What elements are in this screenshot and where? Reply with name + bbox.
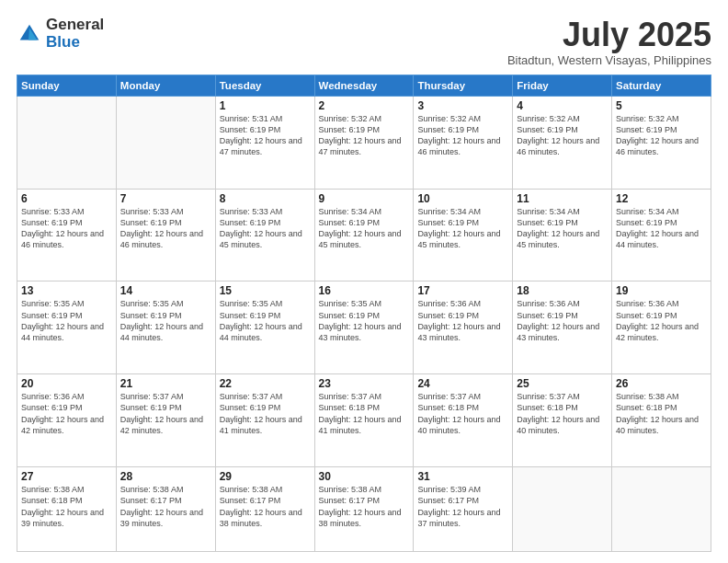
day-info: Sunrise: 5:38 AM Sunset: 6:17 PM Dayligh… xyxy=(220,484,311,529)
day-info: Sunrise: 5:34 AM Sunset: 6:19 PM Dayligh… xyxy=(417,206,508,251)
calendar-cell: 16Sunrise: 5:35 AM Sunset: 6:19 PM Dayli… xyxy=(314,282,414,374)
calendar-cell: 8Sunrise: 5:33 AM Sunset: 6:19 PM Daylig… xyxy=(215,189,314,282)
title-block: July 2025 Bitadtun, Western Visayas, Phi… xyxy=(507,17,711,67)
day-number: 6 xyxy=(21,192,112,205)
calendar-cell: 25Sunrise: 5:37 AM Sunset: 6:18 PM Dayli… xyxy=(513,374,612,467)
week-row-1: 1Sunrise: 5:31 AM Sunset: 6:19 PM Daylig… xyxy=(17,96,711,189)
day-info: Sunrise: 5:32 AM Sunset: 6:19 PM Dayligh… xyxy=(319,113,410,158)
calendar-cell: 18Sunrise: 5:36 AM Sunset: 6:19 PM Dayli… xyxy=(513,282,612,374)
svg-marker-1 xyxy=(28,28,37,40)
day-info: Sunrise: 5:37 AM Sunset: 6:18 PM Dayligh… xyxy=(417,391,508,436)
week-row-3: 13Sunrise: 5:35 AM Sunset: 6:19 PM Dayli… xyxy=(17,282,711,374)
day-info: Sunrise: 5:34 AM Sunset: 6:19 PM Dayligh… xyxy=(616,206,707,251)
day-info: Sunrise: 5:35 AM Sunset: 6:19 PM Dayligh… xyxy=(21,298,112,343)
logo-general: General xyxy=(46,17,104,34)
day-number: 16 xyxy=(319,284,410,297)
day-info: Sunrise: 5:34 AM Sunset: 6:19 PM Dayligh… xyxy=(517,206,608,251)
day-info: Sunrise: 5:32 AM Sunset: 6:19 PM Dayligh… xyxy=(417,113,508,158)
calendar-cell: 23Sunrise: 5:37 AM Sunset: 6:18 PM Dayli… xyxy=(314,374,414,467)
weekday-header-monday: Monday xyxy=(116,75,215,96)
day-info: Sunrise: 5:33 AM Sunset: 6:19 PM Dayligh… xyxy=(21,206,112,251)
logo-text: General Blue xyxy=(46,17,104,51)
day-number: 25 xyxy=(517,377,608,390)
calendar-cell: 2Sunrise: 5:32 AM Sunset: 6:19 PM Daylig… xyxy=(314,96,414,189)
week-row-5: 27Sunrise: 5:38 AM Sunset: 6:18 PM Dayli… xyxy=(17,467,711,552)
day-number: 18 xyxy=(517,284,608,297)
day-number: 20 xyxy=(21,377,112,390)
calendar-cell xyxy=(612,467,711,552)
calendar-cell: 22Sunrise: 5:37 AM Sunset: 6:19 PM Dayli… xyxy=(215,374,314,467)
calendar-cell: 13Sunrise: 5:35 AM Sunset: 6:19 PM Dayli… xyxy=(17,282,117,374)
calendar-cell xyxy=(116,96,215,189)
week-row-4: 20Sunrise: 5:36 AM Sunset: 6:19 PM Dayli… xyxy=(17,374,711,467)
day-number: 5 xyxy=(616,99,707,112)
calendar-cell: 15Sunrise: 5:35 AM Sunset: 6:19 PM Dayli… xyxy=(215,282,314,374)
day-info: Sunrise: 5:38 AM Sunset: 6:17 PM Dayligh… xyxy=(120,484,211,529)
weekday-header-tuesday: Tuesday xyxy=(215,75,314,96)
calendar-cell: 6Sunrise: 5:33 AM Sunset: 6:19 PM Daylig… xyxy=(17,189,117,282)
day-info: Sunrise: 5:33 AM Sunset: 6:19 PM Dayligh… xyxy=(220,206,311,251)
day-number: 28 xyxy=(120,470,211,483)
weekday-header-friday: Friday xyxy=(513,75,612,96)
day-info: Sunrise: 5:37 AM Sunset: 6:19 PM Dayligh… xyxy=(120,391,211,436)
logo-blue: Blue xyxy=(46,34,104,52)
day-info: Sunrise: 5:32 AM Sunset: 6:19 PM Dayligh… xyxy=(517,113,608,158)
day-number: 15 xyxy=(220,284,311,297)
day-number: 30 xyxy=(319,470,410,483)
day-number: 8 xyxy=(220,192,311,205)
day-info: Sunrise: 5:36 AM Sunset: 6:19 PM Dayligh… xyxy=(517,298,608,343)
weekday-header-row: SundayMondayTuesdayWednesdayThursdayFrid… xyxy=(17,75,711,96)
calendar-cell: 3Sunrise: 5:32 AM Sunset: 6:19 PM Daylig… xyxy=(414,96,513,189)
day-number: 1 xyxy=(220,99,311,112)
day-info: Sunrise: 5:38 AM Sunset: 6:18 PM Dayligh… xyxy=(21,484,112,529)
calendar-cell: 29Sunrise: 5:38 AM Sunset: 6:17 PM Dayli… xyxy=(215,467,314,552)
day-number: 21 xyxy=(120,377,211,390)
day-number: 12 xyxy=(616,192,707,205)
week-row-2: 6Sunrise: 5:33 AM Sunset: 6:19 PM Daylig… xyxy=(17,189,711,282)
weekday-header-thursday: Thursday xyxy=(414,75,513,96)
day-info: Sunrise: 5:35 AM Sunset: 6:19 PM Dayligh… xyxy=(120,298,211,343)
calendar-cell: 4Sunrise: 5:32 AM Sunset: 6:19 PM Daylig… xyxy=(513,96,612,189)
day-number: 29 xyxy=(220,470,311,483)
day-number: 9 xyxy=(319,192,410,205)
day-number: 7 xyxy=(120,192,211,205)
day-number: 23 xyxy=(319,377,410,390)
day-number: 22 xyxy=(220,377,311,390)
title-month: July 2025 xyxy=(507,17,711,53)
day-info: Sunrise: 5:38 AM Sunset: 6:18 PM Dayligh… xyxy=(616,391,707,436)
day-number: 2 xyxy=(319,99,410,112)
day-info: Sunrise: 5:34 AM Sunset: 6:19 PM Dayligh… xyxy=(319,206,410,251)
day-number: 3 xyxy=(417,99,508,112)
day-info: Sunrise: 5:32 AM Sunset: 6:19 PM Dayligh… xyxy=(616,113,707,158)
day-info: Sunrise: 5:36 AM Sunset: 6:19 PM Dayligh… xyxy=(417,298,508,343)
weekday-header-sunday: Sunday xyxy=(17,75,117,96)
title-location: Bitadtun, Western Visayas, Philippines xyxy=(507,53,711,67)
calendar-cell: 24Sunrise: 5:37 AM Sunset: 6:18 PM Dayli… xyxy=(414,374,513,467)
day-info: Sunrise: 5:38 AM Sunset: 6:17 PM Dayligh… xyxy=(319,484,410,529)
weekday-header-saturday: Saturday xyxy=(612,75,711,96)
day-info: Sunrise: 5:31 AM Sunset: 6:19 PM Dayligh… xyxy=(220,113,311,158)
calendar-cell: 9Sunrise: 5:34 AM Sunset: 6:19 PM Daylig… xyxy=(314,189,414,282)
calendar-cell: 10Sunrise: 5:34 AM Sunset: 6:19 PM Dayli… xyxy=(414,189,513,282)
day-number: 24 xyxy=(417,377,508,390)
day-info: Sunrise: 5:36 AM Sunset: 6:19 PM Dayligh… xyxy=(616,298,707,343)
day-info: Sunrise: 5:37 AM Sunset: 6:18 PM Dayligh… xyxy=(319,391,410,436)
day-info: Sunrise: 5:39 AM Sunset: 6:17 PM Dayligh… xyxy=(417,484,508,529)
weekday-header-wednesday: Wednesday xyxy=(314,75,414,96)
day-number: 31 xyxy=(417,470,508,483)
calendar-cell: 17Sunrise: 5:36 AM Sunset: 6:19 PM Dayli… xyxy=(414,282,513,374)
calendar-cell: 20Sunrise: 5:36 AM Sunset: 6:19 PM Dayli… xyxy=(17,374,117,467)
day-info: Sunrise: 5:33 AM Sunset: 6:19 PM Dayligh… xyxy=(120,206,211,251)
day-number: 17 xyxy=(417,284,508,297)
day-number: 13 xyxy=(21,284,112,297)
calendar-cell: 31Sunrise: 5:39 AM Sunset: 6:17 PM Dayli… xyxy=(414,467,513,552)
calendar-cell: 21Sunrise: 5:37 AM Sunset: 6:19 PM Dayli… xyxy=(116,374,215,467)
day-info: Sunrise: 5:37 AM Sunset: 6:18 PM Dayligh… xyxy=(517,391,608,436)
day-number: 14 xyxy=(120,284,211,297)
day-number: 26 xyxy=(616,377,707,390)
logo-icon xyxy=(17,21,42,47)
day-number: 27 xyxy=(21,470,112,483)
day-info: Sunrise: 5:35 AM Sunset: 6:19 PM Dayligh… xyxy=(319,298,410,343)
calendar-cell xyxy=(17,96,117,189)
day-number: 4 xyxy=(517,99,608,112)
